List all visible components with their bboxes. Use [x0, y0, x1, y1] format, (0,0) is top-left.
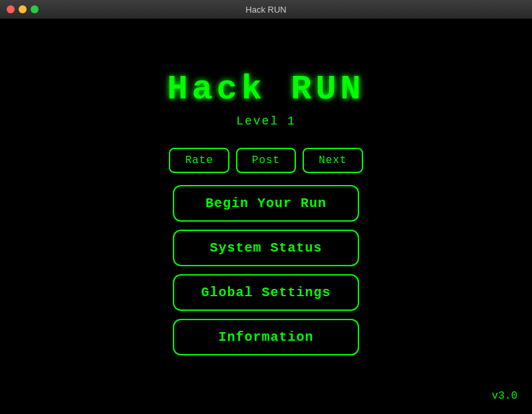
post-button[interactable]: Post — [236, 148, 296, 173]
maximize-button[interactable] — [31, 5, 39, 13]
window-controls[interactable] — [7, 5, 39, 13]
global-settings-button[interactable]: Global Settings — [173, 274, 359, 311]
level-label: Level 1 — [236, 114, 296, 128]
small-buttons-row: Rate Post Next — [169, 148, 362, 173]
rate-button[interactable]: Rate — [169, 148, 229, 173]
window-title: Hack RUN — [245, 5, 286, 15]
information-button[interactable]: Information — [173, 319, 359, 355]
close-button[interactable] — [7, 5, 15, 13]
begin-run-button[interactable]: Begin Your Run — [173, 185, 359, 222]
title-bar: Hack RUN — [0, 0, 532, 19]
version-label: v3.0 — [492, 390, 517, 402]
system-status-button[interactable]: System Status — [173, 230, 359, 266]
next-button[interactable]: Next — [303, 148, 362, 173]
app-title: Hack RUN — [167, 70, 365, 109]
minimize-button[interactable] — [19, 5, 27, 13]
main-content: Hack RUN Level 1 Rate Post Next Begin Yo… — [0, 19, 532, 414]
